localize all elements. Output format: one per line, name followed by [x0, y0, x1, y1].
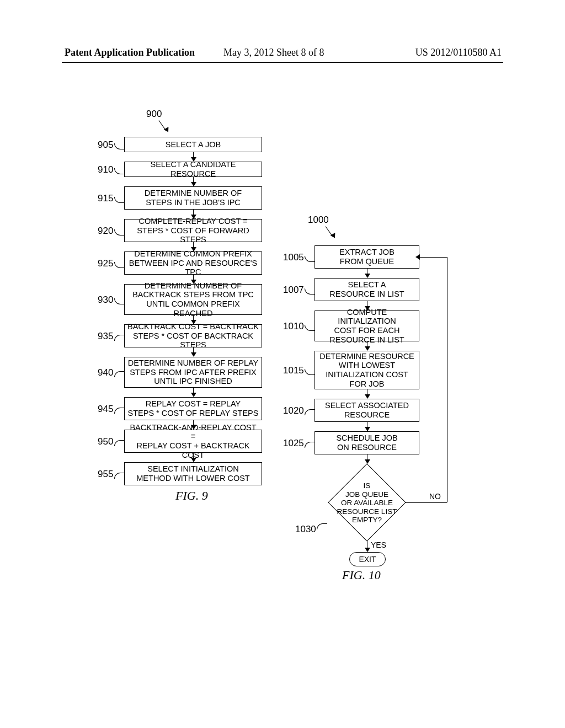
- fig10-ref-1007: 1007: [283, 285, 304, 296]
- fig9-box-910: SELECT A CANDIDATE RESOURCE: [124, 162, 262, 177]
- fig9-ref-930: 930: [98, 295, 113, 306]
- header-right: US 2012/0110580 A1: [415, 47, 502, 58]
- fig9-box-905-text: SELECT A JOB: [166, 140, 221, 149]
- fig10-exit-text: EXIT: [359, 555, 376, 564]
- fig9-curve-955: [114, 473, 125, 479]
- fig9-box-930: DETERMINE NUMBER OF BACKTRACK STEPS FROM…: [124, 284, 262, 315]
- fig10-curve-1007: [305, 288, 315, 295]
- fig10-ref-1005: 1005: [283, 252, 304, 263]
- fig10-decision: IS JOB QUEUE OR AVAILABLE RESOURCE LIST …: [328, 464, 406, 541]
- fig9-box-945-text: REPLAY COST = REPLAY STEPS * COST OF REP…: [128, 399, 259, 417]
- fig10-ref-1015: 1015: [283, 365, 304, 376]
- fig10-no-v: [447, 257, 447, 502]
- fig10-curve-1025: [305, 442, 315, 448]
- fig9-box-940-text: DETERMINE NUMBER OF REPLAY STEPS FROM IP…: [128, 358, 259, 386]
- fig10-box-1015-text: DETERMINE RESOURCE WITH LOWEST INITIALIZ…: [319, 352, 414, 389]
- fig9-box-950: BACKTRACK-AND-REPLAY COST = REPLAY COST …: [124, 430, 262, 453]
- fig9-ref-945: 945: [98, 404, 113, 415]
- fig10-box-1015: DETERMINE RESOURCE WITH LOWEST INITIALIZ…: [315, 351, 419, 389]
- fig9-box-935: BACKTRACK COST = BACKTRACK STEPS * COST …: [124, 324, 262, 347]
- fig10-box-1005-text: EXTRACT JOB FROM QUEUE: [339, 248, 395, 266]
- fig10-curve-1015: [305, 369, 315, 375]
- fig10-box-1005: EXTRACT JOB FROM QUEUE: [315, 245, 419, 269]
- fig9-curve-905: [114, 143, 125, 149]
- fig9-box-905: SELECT A JOB: [124, 137, 262, 152]
- fig9-arrow-950-955: [193, 453, 194, 462]
- fig10-ref-1025: 1025: [283, 438, 304, 449]
- fig10-caption: FIG. 10: [342, 568, 381, 582]
- fig10-decision-text: IS JOB QUEUE OR AVAILABLE RESOURCE LIST …: [328, 481, 406, 524]
- fig9-ref-920: 920: [98, 226, 113, 237]
- fig9-box-955: SELECT INITIALIZATION METHOD WITH LOWER …: [124, 462, 262, 485]
- fig9-box-940: DETERMINE NUMBER OF REPLAY STEPS FROM IP…: [124, 357, 262, 388]
- fig9-arrow-910-915: [193, 177, 194, 186]
- fig9-curve-930: [114, 298, 125, 304]
- fig9-box-920-text: COMPLETE-REPLAY COST = STEPS * COST OF F…: [127, 217, 259, 244]
- patent-page: Patent Application Publication May 3, 20…: [0, 0, 565, 728]
- fig9-caption: FIG. 9: [175, 489, 208, 503]
- fig9-box-955-text: SELECT INITIALIZATION METHOD WITH LOWER …: [136, 464, 249, 483]
- fig9-box-915-text: DETERMINE NUMBER OF STEPS IN THE JOB'S I…: [145, 189, 242, 207]
- fig10-start-ref: 1000: [308, 215, 329, 226]
- fig9-box-925-text: DETERMINE COMMON PREFIX BETWEEN IPC AND …: [127, 249, 259, 277]
- fig9-arrow-940-945: [193, 388, 194, 397]
- fig10-no-arrowhead: [415, 254, 420, 260]
- fig10-box-1020: SELECT ASSOCIATED RESOURCE: [315, 399, 419, 422]
- fig10-ref-1030: 1030: [295, 524, 316, 535]
- fig9-curve-940: [114, 371, 125, 377]
- fig9-box-930-text: DETERMINE NUMBER OF BACKTRACK STEPS FROM…: [127, 281, 259, 318]
- header-rule: [62, 62, 503, 63]
- fig10-curve-1005: [305, 256, 315, 262]
- header-left: Patent Application Publication: [65, 47, 195, 58]
- fig10-no-label: NO: [429, 492, 441, 501]
- fig9-curve-950: [114, 440, 125, 446]
- fig10-exit: EXIT: [349, 552, 386, 566]
- fig9-curve-915: [114, 197, 125, 203]
- fig9-ref-910: 910: [98, 164, 113, 175]
- fig10-curve-1020: [305, 409, 315, 415]
- fig9-box-945: REPLAY COST = REPLAY STEPS * COST OF REP…: [124, 397, 262, 420]
- fig10-curve-1010: [305, 325, 315, 331]
- fig9-start-tick-icon: [159, 120, 172, 133]
- fig10-ref-1010: 1010: [283, 321, 304, 332]
- fig10-no-h2: [419, 257, 447, 258]
- fig9-start-ref: 900: [146, 109, 162, 120]
- fig10-yes-arrow: [367, 540, 367, 552]
- fig9-ref-940: 940: [98, 367, 113, 378]
- fig10-box-1025-text: SCHEDULE JOB ON RESOURCE: [336, 433, 397, 452]
- fig10-curve-1030: [317, 523, 327, 529]
- fig9-ref-915: 915: [98, 193, 113, 204]
- fig9-curve-935: [114, 335, 125, 341]
- fig9-arrow-935-940: [193, 347, 194, 356]
- fig10-ref-1020: 1020: [283, 405, 304, 416]
- fig9-box-920: COMPLETE-REPLAY COST = STEPS * COST OF F…: [124, 219, 262, 242]
- fig10-start-tick-icon: [326, 226, 339, 239]
- fig9-curve-945: [114, 408, 125, 414]
- fig9-ref-950: 950: [98, 436, 113, 447]
- fig10-arrow-1020-1025: [367, 422, 367, 431]
- fig10-box-1010: COMPUTE INITIALIZATION COST FOR EACH RES…: [315, 311, 419, 341]
- fig9-box-910-text: SELECT A CANDIDATE RESOURCE: [127, 160, 259, 178]
- fig10-arrow-1010-1015: [367, 341, 367, 350]
- fig10-yes-label: YES: [371, 540, 386, 549]
- fig10-no-h1: [405, 502, 447, 503]
- fig10-box-1007-text: SELECT A RESOURCE IN LIST: [329, 280, 404, 298]
- fig10-arrow-1015-1020: [367, 389, 367, 398]
- fig9-curve-910: [114, 168, 125, 174]
- fig9-curve-925: [114, 262, 125, 268]
- fig9-ref-935: 935: [98, 331, 113, 342]
- header-middle: May 3, 2012 Sheet 8 of 8: [223, 47, 324, 58]
- fig9-box-915: DETERMINE NUMBER OF STEPS IN THE JOB'S I…: [124, 186, 262, 210]
- fig9-ref-925: 925: [98, 258, 113, 269]
- fig10-box-1025: SCHEDULE JOB ON RESOURCE: [315, 431, 419, 454]
- fig10-box-1020-text: SELECT ASSOCIATED RESOURCE: [325, 401, 409, 419]
- fig9-curve-920: [114, 229, 125, 235]
- fig9-box-935-text: BACKTRACK COST = BACKTRACK STEPS * COST …: [127, 322, 259, 350]
- fig9-ref-955: 955: [98, 469, 113, 480]
- fig9-ref-905: 905: [98, 140, 113, 151]
- fig10-arrow-1025-decision: [367, 454, 367, 463]
- fig10-box-1007: SELECT A RESOURCE IN LIST: [315, 278, 419, 301]
- fig10-arrow-1005-1007: [367, 269, 367, 277]
- fig10-box-1010-text: COMPUTE INITIALIZATION COST FOR EACH RES…: [317, 308, 417, 345]
- fig9-box-925: DETERMINE COMMON PREFIX BETWEEN IPC AND …: [124, 251, 262, 275]
